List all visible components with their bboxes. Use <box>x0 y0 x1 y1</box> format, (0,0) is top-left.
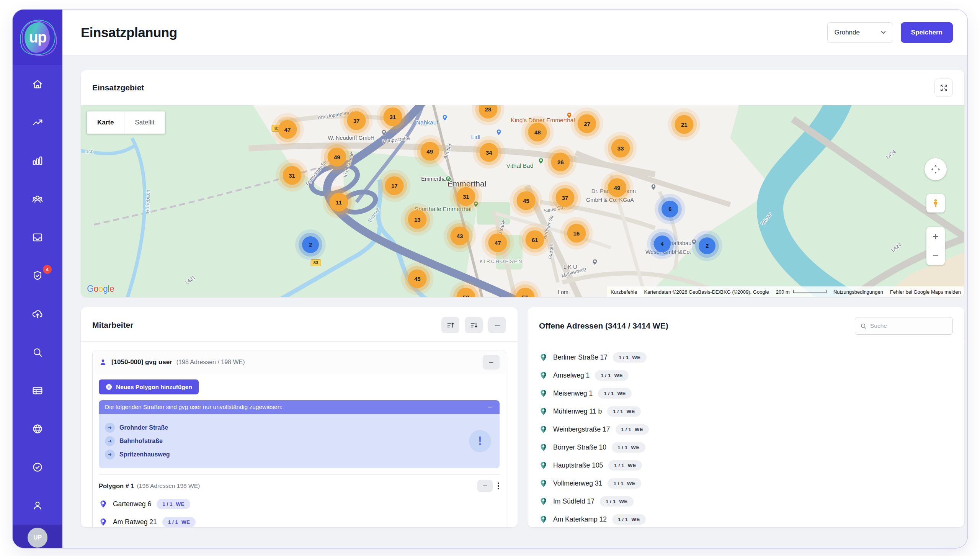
logo-icon: up <box>19 19 56 56</box>
address-row[interactable]: Im Südfeld 17 1 / 1WE <box>539 492 953 510</box>
add-polygon-button[interactable]: Neues Polygon hinzufügen <box>99 379 199 394</box>
shield-check-icon <box>31 270 44 282</box>
collapse-polygon-button[interactable] <box>477 480 493 492</box>
app-logo[interactable]: up <box>13 10 62 65</box>
map-cluster-marker[interactable]: 47 <box>278 120 297 139</box>
minus-icon <box>493 321 501 329</box>
sort-descending-button[interactable] <box>465 317 483 333</box>
inbox-icon <box>31 231 44 244</box>
sidebar-item-team[interactable] <box>13 180 62 218</box>
map-cluster-marker[interactable]: 45 <box>517 191 536 210</box>
address-row[interactable]: Hauptstraße 105 1 / 1WE <box>539 456 953 474</box>
map-pin-icon <box>539 479 548 488</box>
map-cluster-marker[interactable]: 11 <box>329 193 348 212</box>
address-row[interactable]: Gartenweg 6 1 / 1WE <box>99 495 500 513</box>
zoom-in-button[interactable]: + <box>926 227 945 246</box>
polygon-menu-button[interactable] <box>497 482 500 490</box>
sidebar-item-home[interactable] <box>13 65 62 103</box>
map-cluster-marker[interactable]: 33 <box>611 139 630 158</box>
user-avatar[interactable]: UP <box>28 528 47 548</box>
map-cluster-marker[interactable]: 48 <box>528 123 547 142</box>
address-name: Hauptstraße 105 <box>553 461 603 469</box>
region-select[interactable]: Grohnde <box>827 22 893 43</box>
map-cluster-marker[interactable]: 21 <box>675 115 694 134</box>
map-cluster-marker[interactable]: 2 <box>699 237 715 254</box>
address-row[interactable]: Amselweg 1 1 / 1WE <box>539 366 953 384</box>
sidebar-item-profile[interactable] <box>13 486 62 525</box>
address-row[interactable]: Am Katerkamp 12 1 / 1WE <box>539 510 953 527</box>
map-cluster-marker[interactable]: 31 <box>457 187 475 206</box>
map-type-karte[interactable]: Karte <box>87 111 124 134</box>
address-row[interactable]: Am Ratweg 21 1 / 1WE <box>99 513 500 527</box>
map-type-satellit[interactable]: Satellit <box>124 111 165 134</box>
address-name: Am Katerkamp 12 <box>553 515 607 523</box>
expand-map-button[interactable] <box>934 78 953 97</box>
address-row[interactable]: Mühlenweg 11 b 1 / 1WE <box>539 402 953 420</box>
map-pin-icon <box>539 353 548 362</box>
search-input[interactable] <box>870 322 947 329</box>
sidebar-item-check-circle[interactable] <box>13 448 62 486</box>
sidebar-item-search[interactable] <box>13 333 62 371</box>
map-cluster-marker[interactable]: 49 <box>608 178 626 197</box>
address-row[interactable]: Vollmeierweg 31 1 / 1WE <box>539 474 953 492</box>
pan-control[interactable] <box>924 158 947 180</box>
map-cluster-marker[interactable]: 49 <box>328 148 346 167</box>
map-cluster-marker[interactable]: 27 <box>578 114 596 133</box>
map-cluster-marker[interactable]: 31 <box>383 108 402 126</box>
street-view-pegman[interactable] <box>926 194 945 213</box>
address-row[interactable]: Weinbergstraße 17 1 / 1WE <box>539 420 953 438</box>
we-badge: 1 / 1WE <box>612 442 645 453</box>
pan-arrows-icon <box>929 163 942 176</box>
polygon-title: Polygon # 1 <box>99 482 134 490</box>
region-select-value: Grohnde <box>835 29 860 36</box>
report-error-link[interactable]: Fehler bei Google Maps melden <box>887 286 964 297</box>
sort-desc-icon <box>470 321 478 329</box>
map-cluster-marker[interactable]: 26 <box>551 152 570 171</box>
keyboard-shortcuts-link[interactable]: Kurzbefehle <box>607 286 640 297</box>
map-cluster-marker[interactable]: 17 <box>385 177 404 195</box>
map-canvas[interactable]: Am HopfenbrinkW. Neudorff GmbHNahkaufHau… <box>81 105 964 297</box>
map-cluster-marker[interactable]: 37 <box>347 111 366 130</box>
map-cluster-marker[interactable]: 47 <box>488 233 507 252</box>
address-row[interactable]: Börryer Straße 10 1 / 1WE <box>539 438 953 456</box>
sidebar-item-trending-up[interactable] <box>13 103 62 142</box>
map-cluster-marker[interactable]: 49 <box>420 142 439 161</box>
map-cluster-marker[interactable]: 2 <box>302 236 319 253</box>
google-logo: Google <box>87 284 114 294</box>
arrow-right-icon <box>105 450 115 460</box>
map-cluster-marker[interactable]: 34 <box>480 143 498 162</box>
sidebar-item-cloud-upload[interactable] <box>13 295 62 333</box>
sidebar-item-inbox[interactable] <box>13 218 62 257</box>
map-cluster-marker[interactable]: 45 <box>408 269 427 288</box>
terms-link[interactable]: Nutzungsbedingungen <box>830 286 887 297</box>
sidebar-item-table[interactable] <box>13 371 62 410</box>
sidebar-item-globe[interactable] <box>13 410 62 448</box>
we-badge: 1 / 1WE <box>162 517 196 527</box>
warning-street-list: Grohnder Straße Bahnhofstraße Spritzenha… <box>105 423 457 460</box>
sidebar-item-bar-chart[interactable] <box>13 142 62 180</box>
sort-asc-icon <box>447 321 454 329</box>
map-cluster-marker[interactable]: 31 <box>283 166 301 185</box>
we-badge: 1 / 1WE <box>595 370 629 381</box>
address-name: Am Ratweg 21 <box>113 518 157 526</box>
map-cluster-marker[interactable]: 43 <box>451 226 469 245</box>
save-button[interactable]: Speichern <box>901 22 953 43</box>
address-row[interactable]: Meisenweg 1 1 / 1WE <box>539 384 953 402</box>
sidebar-item-shield-check[interactable]: 4 <box>13 257 62 295</box>
polygon-address-list: Gartenweg 6 1 / 1WE Am Ratweg 21 1 / 1WE… <box>99 495 500 527</box>
map-cluster-marker[interactable]: 6 <box>662 201 678 217</box>
warning-street-row: Spritzenhausweg <box>105 450 457 460</box>
map-cluster-marker[interactable]: 37 <box>555 188 574 207</box>
address-name: Mühlenweg 11 b <box>553 407 602 415</box>
map-cluster-marker[interactable]: 4 <box>654 235 671 252</box>
zoom-out-button[interactable]: − <box>926 246 945 265</box>
map-cluster-marker[interactable]: 61 <box>526 230 544 249</box>
collapse-employee-button[interactable] <box>483 355 500 370</box>
address-row[interactable]: Berliner Straße 17 1 / 1WE <box>539 348 953 366</box>
sidebar: up 4 <box>13 10 62 548</box>
map-cluster-marker[interactable]: 13 <box>408 210 427 229</box>
sort-ascending-button[interactable] <box>441 317 459 333</box>
map-cluster-marker[interactable]: 16 <box>567 224 586 243</box>
collapse-warning-button[interactable]: − <box>486 404 493 410</box>
collapse-panel-button[interactable] <box>488 317 506 333</box>
